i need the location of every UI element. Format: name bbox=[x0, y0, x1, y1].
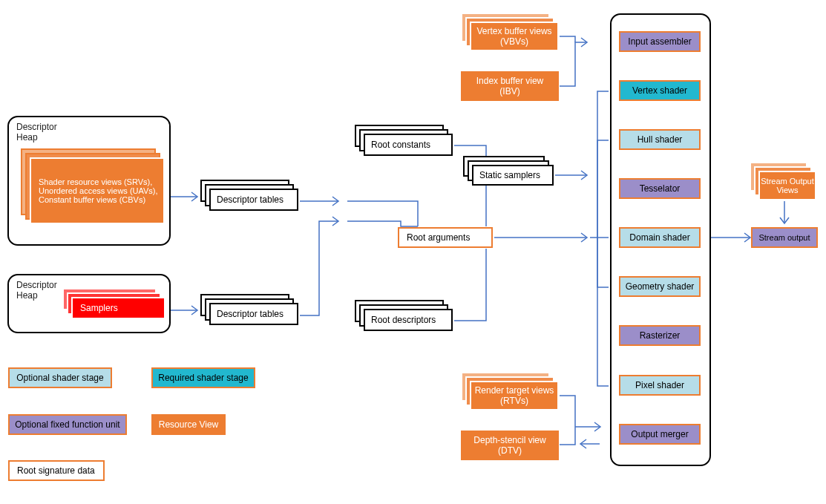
samplers-label: Samplers bbox=[71, 297, 165, 319]
legend-required-shader: Required shader stage bbox=[151, 367, 255, 388]
static-samplers-stack: Static samplers bbox=[472, 165, 554, 186]
legend-optional-shader: Optional shader stage bbox=[8, 367, 112, 388]
ibv-box: Index buffer view (IBV) bbox=[461, 71, 559, 101]
stream-output: Stream output bbox=[751, 227, 818, 248]
root-descriptors-stack: Root descriptors bbox=[364, 309, 453, 331]
descriptor-heap-1-title: Descriptor Heap bbox=[16, 122, 57, 143]
domain-shader: Domain shader bbox=[619, 227, 701, 248]
root-constants-label: Root constants bbox=[364, 134, 453, 156]
hull-shader: Hull shader bbox=[619, 129, 701, 150]
dtv-box: Depth-stencil view (DTV) bbox=[461, 431, 559, 460]
root-descriptors-label: Root descriptors bbox=[364, 309, 453, 331]
descriptor-tables-2-label: Descriptor tables bbox=[209, 303, 298, 325]
descriptor-tables-2-stack: Descriptor tables bbox=[209, 303, 298, 325]
samplers-stack: Samplers bbox=[71, 297, 165, 319]
descriptor-tables-1-label: Descriptor tables bbox=[209, 189, 298, 211]
diagram-canvas: Descriptor Heap Shader resource views (S… bbox=[0, 0, 826, 504]
root-constants-stack: Root constants bbox=[364, 134, 453, 156]
geometry-shader: Geometry shader bbox=[619, 276, 701, 297]
descriptor-tables-1-stack: Descriptor tables bbox=[209, 189, 298, 211]
vbv-label: Vertex buffer views (VBVs) bbox=[470, 22, 559, 51]
descriptor-heap-2-title: Descriptor Heap bbox=[16, 280, 57, 301]
vertex-shader: Vertex shader bbox=[619, 80, 701, 101]
vbv-stack: Vertex buffer views (VBVs) bbox=[470, 22, 559, 51]
rtv-label: Render target views (RTVs) bbox=[470, 381, 559, 410]
srv-uav-cbv-stack: Shader resource views (SRVs), Unordered … bbox=[30, 157, 165, 224]
rasterizer: Rasterizer bbox=[619, 325, 701, 346]
legend-root-sig: Root signature data bbox=[8, 460, 105, 481]
tesselator: Tesselator bbox=[619, 178, 701, 199]
legend-optional-fixed: Optional fixed function unit bbox=[8, 414, 127, 435]
rtv-stack: Render target views (RTVs) bbox=[470, 381, 559, 410]
input-assembler: Input assembler bbox=[619, 31, 701, 52]
stream-output-views-stack: Stream Output Views bbox=[758, 171, 816, 200]
static-samplers-label: Static samplers bbox=[472, 165, 554, 186]
root-arguments: Root arguments bbox=[398, 227, 493, 248]
legend-resource-view: Resource View bbox=[151, 414, 226, 435]
stream-output-views-label: Stream Output Views bbox=[758, 171, 816, 200]
output-merger: Output merger bbox=[619, 424, 701, 445]
srv-uav-cbv-label: Shader resource views (SRVs), Unordered … bbox=[30, 157, 165, 224]
pixel-shader: Pixel shader bbox=[619, 375, 701, 396]
